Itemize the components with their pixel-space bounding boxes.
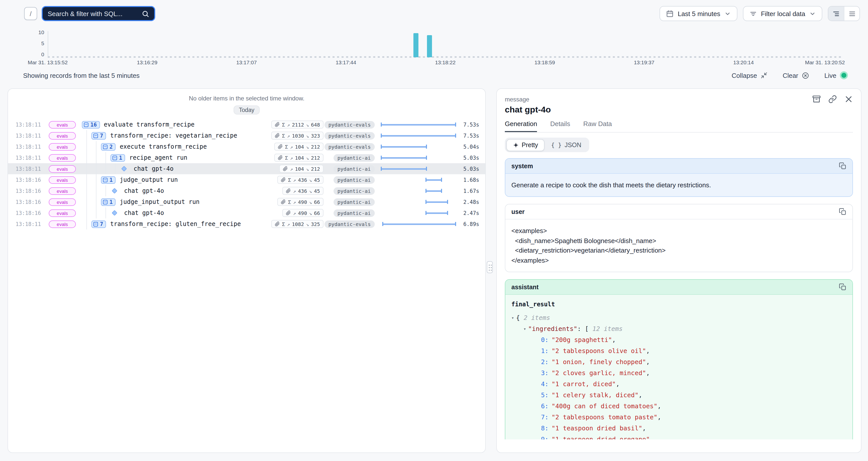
input-tokens-arrow-icon: ↗ — [293, 188, 296, 193]
instrumentation-scope-tag[interactable]: pydantic-ai — [334, 165, 375, 173]
histogram-bar[interactable] — [427, 35, 432, 57]
tab-generation[interactable]: Generation — [505, 120, 537, 132]
duration-bar[interactable] — [381, 133, 456, 137]
duration-bar[interactable] — [381, 123, 456, 127]
copy-icon[interactable] — [839, 283, 846, 291]
instrumentation-scope-tag[interactable]: pydantic-evals — [324, 143, 375, 150]
span-name[interactable]: chat gpt-4o — [134, 165, 174, 172]
instrumentation-scope-tag[interactable]: pydantic-evals — [324, 121, 375, 128]
token-usage-pill[interactable]: Σ↗1030↘323 — [272, 131, 323, 140]
token-usage-pill[interactable]: Σ↗490↘66 — [278, 198, 323, 206]
span-name[interactable]: judge_input_output run — [120, 198, 200, 205]
token-usage-pill[interactable]: Σ↗2112↘648 — [272, 121, 323, 128]
token-usage-pill[interactable]: Σ↗104↘212 — [275, 154, 323, 162]
trace-row[interactable]: 13:18:11evals−2execute transform_recipeΣ… — [8, 141, 485, 152]
duration-bar[interactable] — [425, 178, 442, 182]
instrumentation-scope-tag[interactable]: pydantic-ai — [334, 154, 375, 161]
instrumentation-scope-tag[interactable]: pydantic-ai — [334, 209, 375, 217]
slash-shortcut-key[interactable]: / — [24, 7, 37, 20]
list-view-button[interactable] — [844, 6, 860, 21]
duration-bar[interactable] — [425, 200, 448, 204]
duration-bar[interactable] — [381, 156, 427, 160]
span-name[interactable]: transform_recipe: gluten_free_recipe — [110, 220, 241, 227]
braces-icon: { } — [551, 141, 562, 148]
caret-down-icon[interactable]: ▾ — [523, 327, 526, 332]
copy-icon[interactable] — [839, 162, 846, 170]
evals-badge[interactable]: evals — [49, 143, 76, 150]
copy-icon[interactable] — [839, 208, 846, 215]
clear-button[interactable]: Clear — [783, 71, 809, 79]
collapse-button[interactable]: Collapse — [732, 71, 768, 79]
json-view-button[interactable]: { } JSON — [545, 139, 588, 151]
histogram-bar[interactable] — [414, 33, 419, 57]
evals-badge[interactable]: evals — [49, 209, 76, 217]
panel-resize-handle[interactable] — [487, 261, 493, 273]
tree-view-button[interactable] — [828, 6, 844, 21]
span-name[interactable]: chat gpt-4o — [124, 187, 164, 194]
evals-badge[interactable]: evals — [49, 132, 76, 140]
close-icon[interactable] — [844, 95, 853, 103]
duration-bar[interactable] — [382, 222, 456, 226]
evals-badge[interactable]: evals — [49, 220, 76, 228]
duration-bar[interactable] — [381, 167, 427, 171]
duration-bar[interactable] — [425, 211, 448, 215]
evals-badge[interactable]: evals — [49, 176, 76, 184]
instrumentation-scope-tag[interactable]: pydantic-evals — [324, 220, 375, 228]
span-name[interactable]: recipe_agent run — [129, 154, 187, 161]
expand-collapse-badge[interactable]: −2 — [101, 143, 116, 150]
expand-collapse-badge[interactable]: −1 — [101, 198, 116, 206]
duration-bar[interactable] — [425, 189, 442, 193]
trace-row[interactable]: 13:18:11evals−16evaluate transform_recip… — [8, 119, 485, 130]
tree-indent-guide — [101, 152, 111, 163]
tab-details[interactable]: Details — [550, 120, 570, 132]
json-root-line[interactable]: ▾{ 2 items — [512, 312, 846, 324]
expand-collapse-badge[interactable]: −7 — [91, 132, 106, 140]
expand-collapse-badge[interactable]: −1 — [101, 176, 116, 184]
instrumentation-scope-tag[interactable]: pydantic-ai — [334, 176, 375, 184]
instrumentation-scope-tag[interactable]: pydantic-ai — [334, 198, 375, 206]
evals-badge[interactable]: evals — [49, 121, 76, 128]
token-usage-pill[interactable]: Σ↗104↘212 — [275, 143, 323, 151]
trace-row[interactable]: 13:18:11evals−7transform_recipe: gluten_… — [8, 218, 485, 229]
trace-row[interactable]: 13:18:11evals−1recipe_agent runΣ↗104↘212… — [8, 152, 485, 163]
time-range-dropdown[interactable]: Last 5 minutes — [660, 6, 737, 21]
search-input[interactable]: Search & filter with SQL... — [42, 6, 155, 21]
copy-link-icon[interactable] — [828, 95, 837, 103]
trace-row[interactable]: 13:18:16evals−1judge_output runΣ↗436↘45p… — [8, 174, 485, 185]
json-tree-view[interactable]: ▾{ 2 items▾"ingredients": [ 12 items0:"2… — [512, 312, 846, 439]
expand-collapse-badge[interactable]: −7 — [91, 220, 106, 228]
trace-row[interactable]: 13:18:16evalschat gpt-4o↗436↘45pydantic-… — [8, 185, 485, 196]
archive-icon[interactable] — [812, 95, 821, 103]
instrumentation-scope-tag[interactable]: pydantic-evals — [324, 132, 375, 140]
output-tokens-arrow-icon: ↘ — [309, 210, 312, 216]
token-usage-pill[interactable]: ↗104↘212 — [280, 165, 323, 173]
records-histogram[interactable]: 10 5 0 Mar 31. 13:15:5213:16:2913:17:071… — [23, 27, 843, 67]
trace-row[interactable]: 13:18:11evalschat gpt-4o↗104↘212pydantic… — [8, 163, 485, 174]
tab-raw-data[interactable]: Raw Data — [583, 120, 612, 132]
expand-collapse-badge[interactable]: −1 — [111, 154, 125, 161]
trace-row[interactable]: 13:18:16evalschat gpt-4o↗490↘66pydantic-… — [8, 207, 485, 218]
caret-down-icon[interactable]: ▾ — [512, 315, 514, 320]
span-name[interactable]: chat gpt-4o — [124, 209, 164, 216]
evals-badge[interactable]: evals — [49, 165, 76, 173]
instrumentation-scope-tag[interactable]: pydantic-ai — [334, 187, 375, 194]
span-name[interactable]: execute transform_recipe — [120, 143, 207, 150]
evals-badge[interactable]: evals — [49, 154, 76, 161]
span-name[interactable]: judge_output run — [120, 176, 178, 183]
evals-badge[interactable]: evals — [49, 198, 76, 206]
token-usage-pill[interactable]: Σ↗436↘45 — [278, 176, 323, 184]
token-usage-pill[interactable]: Σ↗1082↘325 — [272, 220, 323, 228]
expand-collapse-badge[interactable]: −16 — [82, 121, 100, 128]
duration-bar[interactable] — [381, 145, 427, 149]
span-name[interactable]: transform_recipe: vegetarian_recipe — [110, 132, 237, 139]
token-usage-pill[interactable]: ↗436↘45 — [283, 187, 323, 195]
trace-row[interactable]: 13:18:11evals−7transform_recipe: vegetar… — [8, 130, 485, 141]
json-key-line[interactable]: ▾"ingredients": [ 12 items — [512, 324, 846, 334]
span-name[interactable]: evaluate transform_recipe — [104, 121, 194, 128]
pretty-view-button[interactable]: Pretty — [506, 139, 545, 151]
filter-local-data-dropdown[interactable]: Filter local data — [743, 6, 822, 21]
token-usage-pill[interactable]: ↗490↘66 — [283, 209, 323, 217]
trace-row[interactable]: 13:18:16evals−1judge_input_output runΣ↗4… — [8, 196, 485, 207]
evals-badge[interactable]: evals — [49, 187, 76, 194]
live-toggle[interactable]: Live — [824, 71, 848, 79]
